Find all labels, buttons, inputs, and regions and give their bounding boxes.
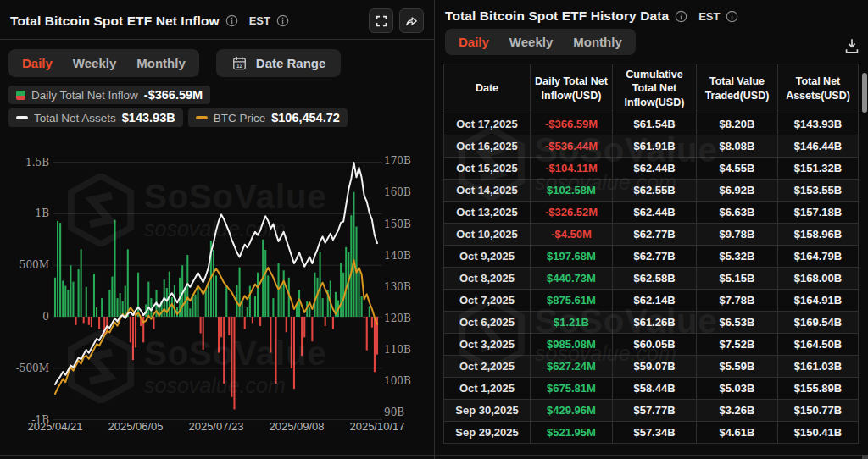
table-row[interactable]: Oct 9,2025$197.68M$62.77B$5.32B$164.79B [444, 246, 859, 268]
table-header-row: DateDaily Total Net Inflow(USD)Cumulativ… [444, 64, 859, 113]
table-row[interactable]: Oct 14,2025$102.58M$62.55B$6.92B$153.55B [444, 180, 859, 202]
tab-monthly[interactable]: Monthly [136, 56, 186, 70]
cell-assets: $155.89B [778, 378, 859, 400]
x-axis-tick: 2025/07/23 [188, 420, 243, 433]
x-axis-tick: 2025/10/17 [349, 420, 404, 433]
date-range-label: Date Range [256, 56, 326, 70]
x-axis-tick: 2025/06/05 [108, 420, 163, 433]
cell-inflow: -$4.50M [531, 224, 613, 246]
cell-date: Oct 13,2025 [444, 202, 531, 224]
cell-traded: $6.53B [697, 312, 778, 334]
cell-assets: $157.18B [778, 202, 859, 224]
cell-traded: $7.78B [697, 290, 778, 312]
page-title: Total Bitcoin Spot ETF Net Inflow [10, 14, 220, 29]
cell-traded: $3.26B [697, 400, 778, 422]
header-divider [0, 39, 434, 40]
inflow-series-icon [16, 91, 25, 100]
table-row[interactable]: Oct 3,2025$985.08M$60.05B$7.52B$164.50B [444, 334, 859, 356]
cell-date: Oct 8,2025 [444, 268, 531, 290]
cell-cumulative: $59.07B [613, 356, 697, 378]
right-axis-tick: 130B [384, 281, 411, 293]
right-axis-tick: 110B [384, 344, 411, 356]
cell-date: Oct 17,2025 [444, 113, 531, 135]
cell-traded: $4.55B [697, 158, 778, 180]
share-button[interactable] [399, 8, 424, 33]
svg-text:12: 12 [236, 63, 243, 69]
table-row[interactable]: Oct 1,2025$675.81M$58.44B$5.03B$155.89B [444, 378, 859, 400]
cell-inflow: -$536.44M [531, 135, 613, 158]
cell-traded: $8.20B [697, 113, 778, 135]
cell-inflow: $521.95M [531, 422, 613, 444]
info-icon[interactable] [276, 14, 289, 27]
table-row[interactable]: Oct 13,2025-$326.52M$62.44B$6.63B$157.18… [444, 202, 859, 224]
legend-net-inflow[interactable]: Daily Total Net Inflow -$366.59M [8, 86, 210, 104]
info-icon[interactable] [726, 10, 738, 23]
assets-legend-label: Total Net Assets [34, 112, 116, 124]
inflow-legend-value: -$366.59M [144, 88, 203, 102]
fullscreen-button[interactable] [369, 8, 393, 33]
cell-traded: $6.92B [697, 180, 778, 202]
download-icon[interactable] [843, 36, 861, 55]
assets-legend-value: $143.93B [122, 111, 175, 124]
cell-inflow: -$326.52M [531, 202, 613, 224]
cell-assets: $151.32B [778, 158, 859, 180]
cell-assets: $168.00B [778, 268, 859, 290]
table-period-tabs: Daily Weekly Monthly [445, 29, 636, 55]
cell-cumulative: $61.91B [613, 135, 697, 158]
scrollbar-thumb[interactable] [862, 73, 867, 113]
legend-btc-price[interactable]: BTC Price $106,454.72 [188, 108, 348, 127]
right-axis-tick: 160B [384, 186, 411, 198]
cell-cumulative: $62.77B [613, 246, 697, 268]
cell-assets: $164.79B [778, 246, 859, 268]
table-row[interactable]: Oct 17,2025-$366.59M$61.54B$8.20B$143.93… [444, 113, 859, 135]
cell-date: Oct 3,2025 [444, 334, 531, 356]
chart-period-tabs: Daily Weekly Monthly [8, 49, 199, 77]
cell-date: Oct 2,2025 [444, 356, 531, 378]
bottom-divider [0, 455, 868, 456]
table-row[interactable]: Sep 29,2025$521.95M$57.34B$4.61B$150.41B [444, 422, 859, 444]
cell-date: Sep 30,2025 [444, 400, 531, 422]
tab-weekly[interactable]: Weekly [509, 35, 553, 49]
date-range-button[interactable]: 12 Date Range [216, 49, 342, 77]
tab-daily[interactable]: Daily [22, 56, 53, 70]
cell-date: Oct 14,2025 [444, 180, 531, 202]
column-header: Total Net Assets(USD) [778, 64, 859, 113]
btc-legend-value: $106,454.72 [271, 111, 340, 124]
share-icon [404, 14, 419, 28]
right-axis-tick: 170B [384, 155, 411, 167]
cell-inflow: -$366.59M [531, 113, 613, 135]
info-icon[interactable] [225, 14, 238, 27]
table-row[interactable]: Oct 8,2025$440.73M$62.58B$5.15B$168.00B [444, 268, 859, 290]
table-row[interactable]: Sep 30,2025$429.96M$57.77B$3.26B$150.77B [444, 400, 859, 422]
table-scrollbar[interactable] [862, 73, 867, 455]
cell-date: Oct 7,2025 [444, 290, 531, 312]
table-row[interactable]: Oct 16,2025-$536.44M$61.91B$8.08B$146.44… [444, 135, 859, 158]
tab-weekly[interactable]: Weekly [73, 56, 116, 70]
net-inflow-chart[interactable]: 1.5B1B500M0-500M-1B170B160B150B140B130B1… [0, 154, 434, 446]
chart-legend: Daily Total Net Inflow -$366.59M Total N… [8, 86, 426, 131]
info-icon[interactable] [675, 10, 687, 23]
tab-monthly[interactable]: Monthly [573, 35, 622, 49]
cell-traded: $4.61B [697, 422, 778, 444]
left-axis-tick: 1B [36, 207, 50, 219]
table-row[interactable]: Oct 10,2025-$4.50M$62.77B$9.78B$158.96B [444, 224, 859, 246]
history-table-body: Oct 17,2025-$366.59M$61.54B$8.20B$143.93… [444, 113, 859, 444]
cell-inflow: $197.68M [531, 246, 613, 268]
cell-inflow: -$104.11M [531, 158, 613, 180]
table-row[interactable]: Oct 2,2025$627.24M$59.07B$5.59B$161.03B [444, 356, 859, 378]
cell-date: Oct 9,2025 [444, 246, 531, 268]
cell-traded: $9.78B [697, 224, 778, 246]
tab-daily[interactable]: Daily [459, 35, 489, 49]
table-row[interactable]: Oct 15,2025-$104.11M$62.44B$4.55B$151.32… [444, 158, 859, 180]
timezone-label: EST [698, 10, 720, 23]
btc-series-icon [196, 116, 208, 119]
table-title: Total Bitcoin Spot ETF History Data [445, 8, 669, 24]
table-row[interactable]: Oct 6,2025$1.21B$61.26B$6.53B$169.54B [444, 312, 859, 334]
assets-series-icon [16, 116, 28, 119]
legend-net-assets[interactable]: Total Net Assets $143.93B [8, 108, 183, 127]
cell-traded: $6.63B [697, 202, 778, 224]
cell-cumulative: $62.44B [613, 158, 697, 180]
table-row[interactable]: Oct 7,2025$875.61M$62.14B$7.78B$164.91B [444, 290, 859, 312]
cell-traded: $5.15B [697, 268, 778, 290]
scrollbar-corner [862, 455, 868, 459]
